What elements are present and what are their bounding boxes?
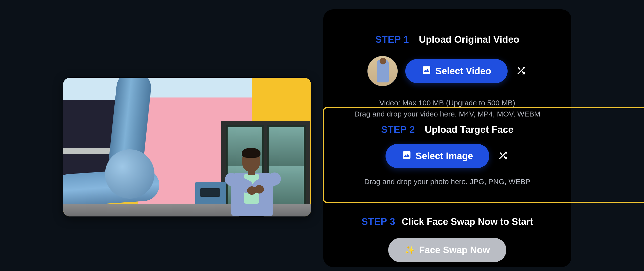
shuffle-icon: [497, 150, 508, 162]
step-2-title: Upload Target Face: [425, 124, 514, 135]
image-formats-hint: Drag and drop your photo here. JPG, PNG,…: [364, 177, 530, 186]
step-1-section: STEP 1 Upload Original Video Select Vide…: [323, 34, 571, 119]
step-1-title: Upload Original Video: [419, 34, 520, 45]
steps-panel: STEP 1 Upload Original Video Select Vide…: [323, 9, 571, 267]
step-2-highlight: STEP 2 Upload Target Face Select Image: [323, 107, 644, 203]
step-2-label: STEP 2: [381, 124, 415, 135]
shuffle-video-button[interactable]: [515, 65, 527, 77]
step-1-label: STEP 1: [375, 34, 409, 45]
step-2-section: STEP 2 Upload Target Face Select Image: [324, 108, 570, 202]
select-video-label: Select Video: [436, 66, 491, 76]
video-limit-hint: Video: Max 100 MB (Upgrade to 500 MB): [323, 97, 571, 108]
shuffle-icon: [516, 65, 527, 77]
step-3-section: STEP 3 Click Face Swap Now to Start ✨ Fa…: [323, 216, 571, 262]
shuffle-image-button[interactable]: [497, 150, 509, 162]
image-icon: [422, 65, 432, 77]
select-image-label: Select Image: [416, 151, 473, 161]
preview-dancer: [211, 149, 295, 217]
app-stage: STEP 1 Upload Original Video Select Vide…: [0, 0, 644, 271]
select-video-button[interactable]: Select Video: [405, 59, 507, 83]
video-thumbnail[interactable]: [367, 56, 398, 86]
preview-pipe-joint: [105, 149, 154, 199]
video-preview[interactable]: [63, 78, 311, 217]
face-swap-now-button[interactable]: ✨ Face Swap Now: [388, 238, 506, 262]
sparkle-icon: ✨: [404, 245, 415, 255]
step-3-label: STEP 3: [362, 216, 396, 227]
image-icon: [402, 150, 412, 162]
face-swap-now-label: Face Swap Now: [419, 245, 490, 256]
step-3-title: Click Face Swap Now to Start: [402, 217, 533, 227]
select-image-button[interactable]: Select Image: [386, 144, 489, 168]
